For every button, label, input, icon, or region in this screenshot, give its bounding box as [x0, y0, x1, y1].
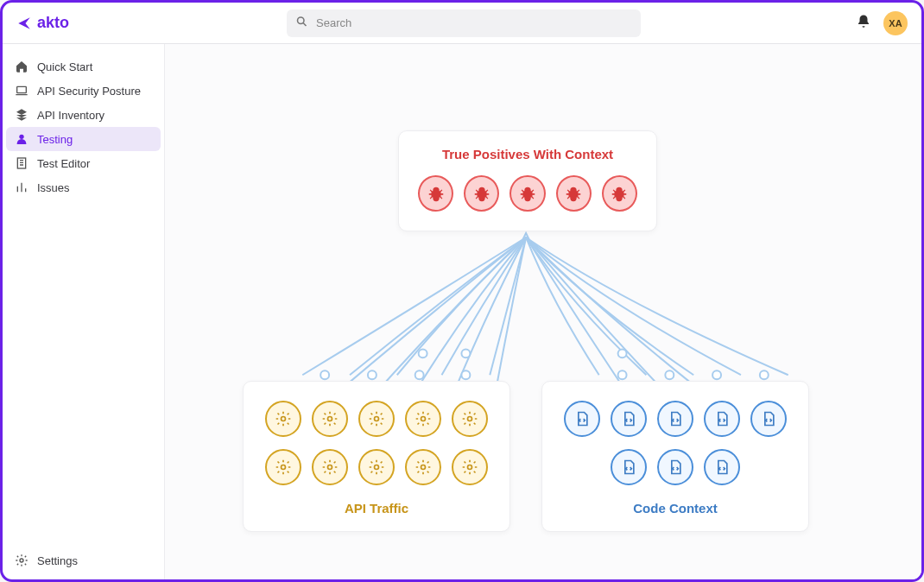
gear-icon: [15, 554, 28, 567]
gear-icon: [321, 459, 339, 476]
svg-point-8: [415, 370, 424, 379]
api-node: [452, 449, 488, 485]
code-node: [750, 401, 787, 437]
svg-point-17: [760, 370, 769, 379]
api-node: [452, 401, 488, 437]
layers-icon: [15, 108, 28, 122]
sidebar-item-label: Test Editor: [37, 157, 90, 170]
svg-point-30: [328, 465, 332, 470]
building-icon: [15, 156, 28, 170]
node-row: [265, 449, 488, 485]
search-container: [287, 9, 641, 37]
svg-point-28: [468, 417, 472, 421]
svg-point-7: [368, 370, 377, 379]
gear-icon: [368, 410, 385, 427]
svg-point-14: [618, 370, 627, 379]
api-node: [358, 401, 395, 437]
brand-text: akto: [37, 14, 69, 32]
home-icon: [15, 60, 28, 73]
api-node: [312, 449, 348, 485]
code-node: [611, 401, 647, 437]
code-file-icon: [667, 410, 684, 427]
code-node: [657, 401, 693, 437]
true-positives-title: True Positives With Context: [418, 147, 637, 161]
svg-point-27: [421, 417, 426, 421]
api-node-grid: [261, 401, 492, 485]
svg-point-3: [19, 135, 23, 139]
node-row: [265, 401, 488, 437]
bug-node: [602, 175, 637, 212]
bars-icon: [15, 180, 28, 194]
body: Quick Start API Security Posture API Inv…: [3, 44, 921, 579]
code-file-icon: [620, 459, 637, 476]
code-file-icon: [760, 410, 777, 427]
code-file-icon: [713, 410, 731, 427]
bug-node: [464, 175, 499, 212]
svg-point-20: [419, 349, 427, 357]
bug-icon: [610, 184, 629, 203]
bug-icon: [472, 184, 491, 203]
svg-point-5: [20, 559, 23, 562]
user-icon: [15, 132, 28, 146]
code-file-icon: [667, 459, 684, 476]
sidebar-item-label: Issues: [37, 181, 70, 194]
sidebar: Quick Start API Security Posture API Inv…: [3, 44, 165, 579]
svg-point-29: [282, 465, 286, 470]
node-row: [564, 401, 787, 437]
bug-node: [418, 175, 453, 212]
svg-point-16: [712, 370, 721, 379]
api-node: [405, 401, 441, 437]
logo-arrow-icon: [16, 16, 32, 31]
gear-icon: [415, 410, 432, 427]
diagram: True Positives With Context: [165, 44, 921, 579]
sidebar-item-test-editor[interactable]: Test Editor: [3, 151, 164, 175]
sidebar-item-label: Testing: [37, 133, 73, 146]
svg-point-9: [461, 370, 470, 379]
gear-icon: [368, 459, 385, 476]
svg-point-32: [421, 465, 426, 470]
svg-point-24: [282, 417, 286, 421]
api-node: [312, 401, 348, 437]
sidebar-item-quick-start[interactable]: Quick Start: [3, 54, 164, 79]
code-node: [611, 449, 647, 485]
bug-icon: [518, 184, 537, 203]
sidebar-item-settings[interactable]: Settings: [15, 554, 152, 567]
api-node: [358, 449, 395, 485]
sidebar-item-testing[interactable]: Testing: [6, 127, 161, 151]
code-file-icon: [713, 459, 731, 476]
user-avatar[interactable]: XA: [883, 11, 908, 35]
sidebar-item-api-security-posture[interactable]: API Security Posture: [3, 79, 164, 103]
settings-label: Settings: [37, 554, 78, 567]
sidebar-item-api-inventory[interactable]: API Inventory: [3, 103, 164, 127]
svg-line-1: [303, 22, 306, 25]
svg-point-22: [618, 349, 627, 357]
true-positives-card: True Positives With Context: [398, 130, 657, 231]
api-node: [265, 449, 301, 485]
code-node: [564, 401, 600, 437]
sidebar-item-label: API Inventory: [37, 109, 104, 122]
notifications-bell-icon[interactable]: [856, 14, 871, 33]
bug-node: [509, 175, 545, 212]
code-file-icon: [620, 410, 637, 427]
api-traffic-title: API Traffic: [261, 501, 492, 516]
avatar-initials: XA: [889, 18, 902, 28]
search-input[interactable]: [287, 9, 641, 37]
code-node-grid: [560, 401, 791, 485]
svg-point-15: [665, 370, 674, 379]
logo[interactable]: akto: [16, 14, 69, 32]
code-context-title: Code Context: [560, 501, 791, 516]
api-node: [405, 449, 441, 485]
app-frame: akto XA Quick Start: [0, 0, 924, 582]
svg-point-21: [461, 349, 470, 357]
gear-icon: [415, 459, 432, 476]
svg-point-26: [375, 417, 379, 421]
bug-icon: [564, 184, 583, 203]
svg-rect-2: [17, 86, 27, 92]
sidebar-item-issues[interactable]: Issues: [3, 175, 164, 199]
sidebar-item-label: Quick Start: [37, 60, 92, 73]
gear-icon: [275, 459, 292, 476]
code-file-icon: [573, 410, 591, 427]
code-node: [704, 449, 740, 485]
bug-icon: [427, 184, 446, 203]
svg-point-31: [375, 465, 379, 470]
